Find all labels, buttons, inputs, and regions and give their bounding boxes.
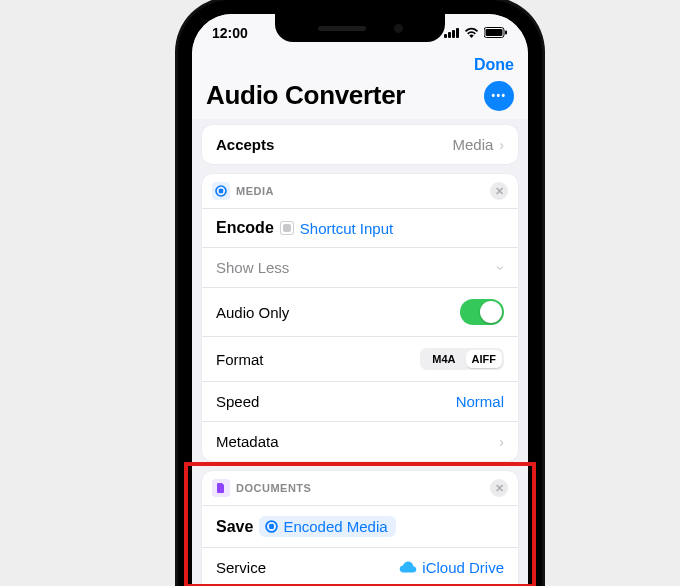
format-row: Format M4A AIFF bbox=[202, 336, 518, 381]
chevron-right-icon: › bbox=[499, 434, 504, 450]
close-icon: ✕ bbox=[495, 482, 504, 495]
header: Done Audio Converter ••• bbox=[192, 52, 528, 119]
chevron-right-icon: › bbox=[499, 137, 504, 153]
svg-rect-2 bbox=[505, 31, 507, 35]
metadata-row[interactable]: Metadata › bbox=[202, 421, 518, 461]
svg-rect-6 bbox=[269, 524, 274, 529]
wifi-icon bbox=[464, 25, 479, 41]
status-time: 12:00 bbox=[212, 25, 248, 41]
format-label: Format bbox=[216, 351, 264, 368]
svg-rect-4 bbox=[219, 189, 223, 193]
audio-only-toggle[interactable] bbox=[460, 299, 504, 325]
svg-rect-1 bbox=[486, 29, 503, 36]
accepts-value: Media bbox=[452, 136, 493, 153]
encoded-media-token[interactable]: Encoded Media bbox=[259, 516, 395, 537]
shortcut-input-token[interactable]: Shortcut Input bbox=[300, 220, 393, 237]
speed-row[interactable]: Speed Normal bbox=[202, 381, 518, 421]
encode-verb: Encode bbox=[216, 219, 274, 237]
media-app-icon bbox=[212, 182, 230, 200]
notch bbox=[275, 14, 445, 42]
media-caption: MEDIA bbox=[236, 185, 274, 197]
format-segmented-control[interactable]: M4A AIFF bbox=[420, 348, 504, 370]
variable-token-icon bbox=[280, 221, 294, 235]
speed-value: Normal bbox=[456, 393, 504, 410]
accepts-card: Accepts Media › bbox=[202, 125, 518, 164]
cloud-icon bbox=[399, 559, 417, 576]
encode-action-row[interactable]: Encode Shortcut Input bbox=[202, 209, 518, 247]
accepts-row[interactable]: Accepts Media › bbox=[202, 125, 518, 164]
show-less-row[interactable]: Show Less › bbox=[202, 247, 518, 287]
save-verb: Save bbox=[216, 518, 253, 536]
cellular-signal-icon bbox=[444, 28, 459, 38]
close-icon: ✕ bbox=[495, 185, 504, 198]
service-value: iCloud Drive bbox=[422, 559, 504, 576]
show-less-label: Show Less bbox=[216, 259, 289, 276]
speaker-grille bbox=[318, 26, 366, 31]
battery-icon bbox=[484, 25, 508, 41]
phone-inner-frame: 12:00 Done Audio Converter ••• bbox=[188, 10, 532, 586]
audio-only-row: Audio Only bbox=[202, 287, 518, 336]
content: Accepts Media › MEDIA ✕ bbox=[192, 119, 528, 586]
encoded-media-label: Encoded Media bbox=[283, 518, 387, 535]
chevron-down-icon: › bbox=[494, 265, 510, 270]
media-card-header: MEDIA ✕ bbox=[202, 174, 518, 209]
speed-label: Speed bbox=[216, 393, 259, 410]
metadata-label: Metadata bbox=[216, 433, 279, 450]
media-remove-button[interactable]: ✕ bbox=[490, 182, 508, 200]
service-label: Service bbox=[216, 559, 266, 576]
documents-card-header: DOCUMENTS ✕ bbox=[202, 471, 518, 506]
documents-caption: DOCUMENTS bbox=[236, 482, 311, 494]
more-button[interactable]: ••• bbox=[484, 81, 514, 111]
documents-action-card: DOCUMENTS ✕ Save Encoded Media Serv bbox=[202, 471, 518, 586]
format-option-aiff[interactable]: AIFF bbox=[466, 350, 502, 368]
front-camera bbox=[394, 24, 403, 33]
save-action-row[interactable]: Save Encoded Media bbox=[202, 506, 518, 547]
ellipsis-icon: ••• bbox=[491, 90, 506, 101]
phone-frame: 12:00 Done Audio Converter ••• bbox=[178, 0, 542, 586]
done-button[interactable]: Done bbox=[474, 56, 514, 74]
accepts-label: Accepts bbox=[216, 136, 274, 153]
status-icons bbox=[444, 25, 508, 41]
service-row[interactable]: Service iCloud Drive bbox=[202, 547, 518, 586]
screen: 12:00 Done Audio Converter ••• bbox=[192, 14, 528, 586]
format-option-m4a[interactable]: M4A bbox=[426, 350, 461, 368]
page-title: Audio Converter bbox=[206, 80, 405, 111]
documents-app-icon bbox=[212, 479, 230, 497]
media-action-card: MEDIA ✕ Encode Shortcut Input Show Less … bbox=[202, 174, 518, 461]
audio-only-label: Audio Only bbox=[216, 304, 289, 321]
documents-remove-button[interactable]: ✕ bbox=[490, 479, 508, 497]
media-token-icon bbox=[265, 520, 278, 533]
